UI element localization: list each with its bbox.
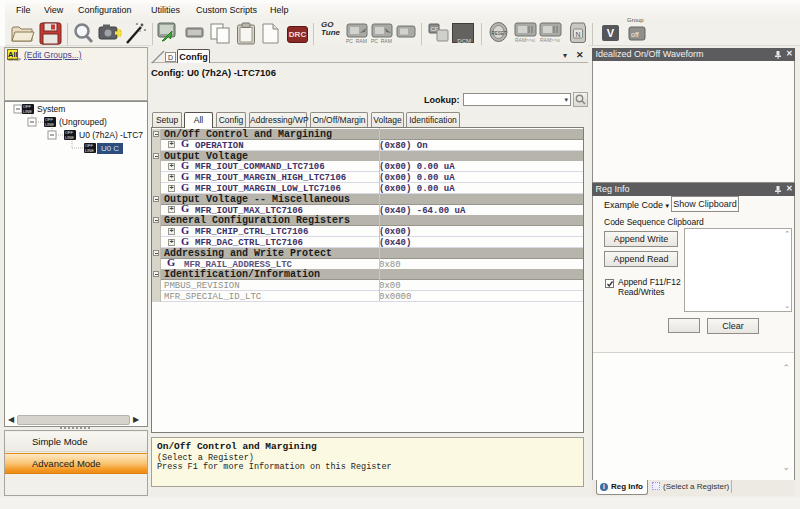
svg-text:N: N [576, 31, 581, 38]
svg-text:off: off [631, 31, 639, 38]
svg-text:RESET: RESET [492, 31, 507, 36]
